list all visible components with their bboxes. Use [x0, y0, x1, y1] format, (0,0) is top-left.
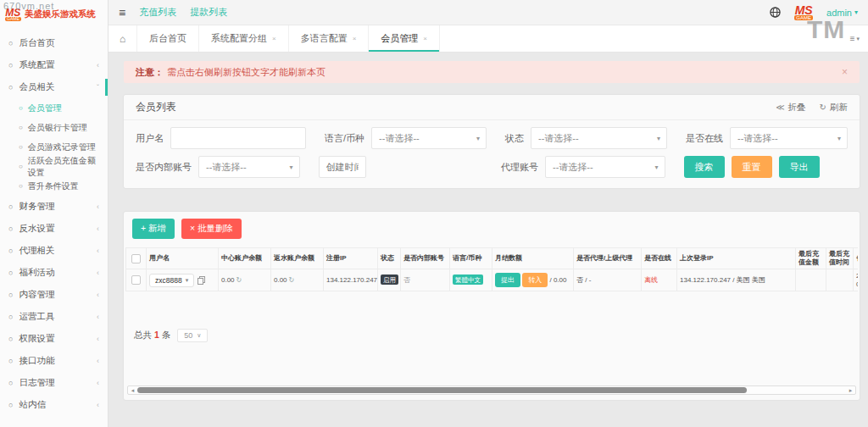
- agent-select[interactable]: --请选择-- ▾: [545, 156, 665, 178]
- topbar-link-recharge-list[interactable]: 充值列表: [139, 6, 176, 19]
- monthly-cell: 提出 转入 / 0.00: [492, 269, 574, 291]
- chevron-collapsed-icon: ‹: [97, 291, 99, 299]
- sidebar-item-operation[interactable]: ○ 运营工具 ‹: [0, 306, 108, 328]
- filter-internal: 是否内部账号 --请选择-- ▾: [136, 156, 300, 178]
- sidebar-item-agent[interactable]: ○ 代理相关 ‹: [0, 240, 108, 262]
- add-button[interactable]: + 新增: [132, 219, 175, 239]
- language-select[interactable]: --请选择-- ▾: [371, 127, 487, 149]
- sidebar-item-label: 日志管理: [19, 377, 54, 389]
- sidebar-item-label: 反水设置: [19, 223, 54, 235]
- sidebar-item-interface[interactable]: ○ 接口功能 ‹: [0, 350, 108, 372]
- export-button[interactable]: 导出: [779, 156, 820, 178]
- circle-icon: ○: [8, 401, 13, 409]
- home-icon: ⌂: [120, 33, 125, 45]
- col-register-ip: 注册IP: [324, 248, 378, 269]
- sidebar-item-member-related[interactable]: ○ 会员相关 ˇ: [0, 76, 108, 98]
- caret-down-icon: ▾: [854, 8, 858, 16]
- content-area: 注意： 需点击右侧刷新按钮文字才能刷新本页 × 会员列表 ≪ 折叠 ↻ 刷: [108, 53, 868, 427]
- tab-member-manage[interactable]: 会员管理 ×: [369, 25, 440, 52]
- refresh-button[interactable]: ↻ 刷新: [820, 102, 848, 114]
- internal-cell: 否: [401, 269, 450, 291]
- reset-button[interactable]: 重置: [732, 156, 772, 178]
- sidebar-subitem-member-bankcard[interactable]: ○ 会员银行卡管理: [0, 118, 108, 137]
- caret-down-icon: ▾: [856, 36, 860, 42]
- panel-header: 会员列表 ≪ 折叠 ↻ 刷新: [124, 95, 860, 120]
- last-recharge-time-cell: [826, 269, 854, 291]
- watermark-tm: TM: [807, 15, 845, 44]
- sidebar-item-log[interactable]: ○ 日志管理 ‹: [0, 372, 108, 394]
- col-last-recharge-time: 最后充值时间: [826, 248, 854, 269]
- sidebar-item-label: 财务管理: [19, 201, 54, 213]
- scrollbar-track[interactable]: [137, 386, 846, 394]
- close-icon[interactable]: ×: [423, 35, 427, 42]
- tab-system-config-group[interactable]: 系统配置分组 ×: [199, 25, 289, 52]
- sidebar-item-label: 福利活动: [19, 267, 54, 279]
- username-input[interactable]: [170, 127, 306, 149]
- close-icon[interactable]: ×: [272, 35, 276, 42]
- username-dropdown[interactable]: zxc8888 ▾: [149, 274, 194, 287]
- filter-username: 用户名: [136, 127, 306, 149]
- collapse-button[interactable]: ≪ 折叠: [776, 102, 805, 114]
- refresh-icon[interactable]: ↻: [289, 276, 295, 284]
- row-checkbox[interactable]: [131, 275, 141, 285]
- circle-icon: ○: [19, 182, 23, 190]
- chevron-collapsed-icon: ‹: [97, 313, 99, 321]
- col-online: 是否在线: [642, 248, 677, 269]
- sidebar-item-dashboard[interactable]: ○ 后台首页: [0, 32, 108, 54]
- sidebar-item-permission[interactable]: ○ 权限设置 ‹: [0, 328, 108, 350]
- chevron-collapsed-icon: ‹: [97, 335, 99, 343]
- online-select[interactable]: --请选择-- ▾: [730, 127, 848, 149]
- withdraw-button[interactable]: 提出: [495, 273, 520, 287]
- offline-status: 离线: [644, 276, 658, 284]
- sidebar-item-site-mail[interactable]: ○ 站内信 ‹: [0, 394, 108, 416]
- select-all-checkbox[interactable]: [131, 254, 141, 263]
- hamburger-icon[interactable]: ≡: [119, 6, 125, 19]
- globe-icon[interactable]: [770, 7, 781, 18]
- sidebar-subitem-label: 会员银行卡管理: [28, 122, 87, 134]
- last-login-ip-cell: 134.122.170.247 / 美国 美国: [677, 269, 796, 291]
- sidebar-item-finance[interactable]: ○ 财务管理 ‹: [0, 196, 108, 218]
- circle-icon: ○: [8, 291, 13, 299]
- internal-select[interactable]: --请选择-- ▾: [198, 156, 300, 178]
- sidebar-item-rebate[interactable]: ○ 反水设置 ‹: [0, 218, 108, 240]
- search-button[interactable]: 搜索: [684, 156, 725, 178]
- sidebar-subitem-member-manage[interactable]: ○ 会员管理: [0, 98, 108, 118]
- tab-dashboard[interactable]: 后台首页: [137, 25, 199, 52]
- sidebar-subitem-promotion[interactable]: ○ 晋升条件设置: [0, 176, 108, 196]
- circle-icon: ○: [19, 124, 23, 131]
- tab-home[interactable]: ⌂: [108, 25, 137, 52]
- close-icon[interactable]: ×: [353, 35, 357, 42]
- chevron-collapsed-icon: ‹: [97, 247, 99, 255]
- clipped-cell: 20: [854, 269, 859, 291]
- scroll-right-arrow[interactable]: ▸: [846, 386, 855, 394]
- scroll-left-arrow[interactable]: ◂: [128, 386, 137, 394]
- copy-icon[interactable]: [198, 276, 205, 285]
- sidebar-subitem-active-recharge[interactable]: ○ 活跃会员充值金额设置: [0, 157, 108, 176]
- refresh-icon[interactable]: ↻: [236, 276, 242, 284]
- pager: 总共 1 条 50 ∨: [125, 329, 858, 342]
- tab-multilanguage-config[interactable]: 多语言配置 ×: [289, 25, 370, 52]
- page-size-select[interactable]: 50 ∨: [177, 329, 208, 342]
- sidebar-subnav-member: ○ 会员管理 ○ 会员银行卡管理 ○ 会员游戏记录管理 ○ 活跃会员充值金额设置…: [0, 98, 108, 196]
- create-time-input[interactable]: [319, 156, 366, 178]
- batch-delete-button[interactable]: × 批量删除: [181, 219, 242, 239]
- sidebar-item-system-config[interactable]: ○ 系统配置 ‹: [0, 54, 108, 76]
- member-list-panel: 会员列表 ≪ 折叠 ↻ 刷新: [124, 95, 860, 188]
- sidebar-nav: ○ 后台首页 ○ 系统配置 ‹ ○ 会员相关 ˇ ○ 会员管理 ○ 会: [0, 25, 108, 416]
- filter-agent-account: 代理账号 --请选择-- ▾: [501, 156, 665, 178]
- menu-icon: ≡: [850, 34, 855, 43]
- chevron-collapsed-icon: ‹: [97, 401, 99, 409]
- circle-icon: ○: [19, 163, 23, 170]
- sidebar-item-welfare[interactable]: ○ 福利活动 ‹: [0, 262, 108, 284]
- topbar-link-withdraw-list[interactable]: 提款列表: [190, 6, 227, 19]
- caret-down-icon: ▾: [657, 135, 660, 142]
- filter-row-2: 是否内部账号 --请选择-- ▾ 代理账号 --请选: [136, 156, 848, 178]
- close-icon[interactable]: ×: [842, 66, 848, 78]
- sidebar-item-label: 权限设置: [19, 333, 54, 345]
- horizontal-scrollbar[interactable]: ◂ ▸: [127, 385, 856, 395]
- scrollbar-thumb[interactable]: [137, 387, 747, 393]
- status-select[interactable]: --请选择-- ▾: [531, 127, 667, 149]
- tab-operations-menu[interactable]: ≡ ▾: [850, 34, 860, 43]
- deposit-button[interactable]: 转入: [522, 273, 548, 287]
- sidebar-item-content[interactable]: ○ 内容管理 ‹: [0, 284, 108, 306]
